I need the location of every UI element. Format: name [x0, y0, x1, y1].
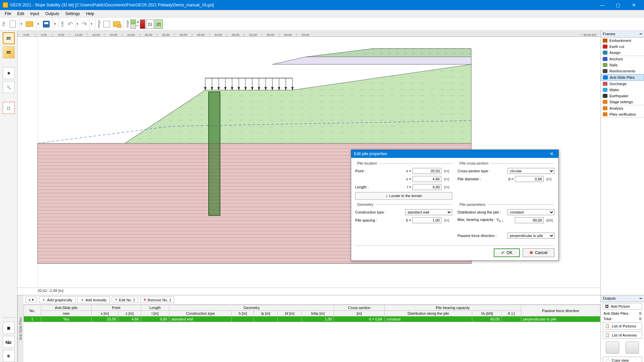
new-file-dropdown[interactable]: ▾ [19, 19, 23, 29]
selection-box-button[interactable]: ⬚ [3, 102, 15, 114]
frame-item-water[interactable]: Water [601, 87, 644, 93]
remove-row-button[interactable]: ✕Remove No. 1 [140, 297, 174, 303]
locate-terrain-button[interactable]: ⟘ Locate to the terrain [355, 192, 452, 200]
frame-item-embankment[interactable]: Embankment [601, 38, 644, 44]
length-input[interactable] [413, 184, 441, 190]
outputs-panel: Outputs━ 🖼 Add Picture Anti-Slide Piles … [600, 295, 644, 362]
distribution-select[interactable]: constant [507, 209, 554, 215]
open-file-dropdown[interactable]: ▾ [36, 19, 40, 29]
frame-item-stage-settings[interactable]: Stage settings [601, 99, 644, 105]
template-button[interactable] [102, 19, 111, 29]
frames-collapse-icon[interactable]: ━ [640, 32, 642, 36]
close-button[interactable]: ✕ [626, 0, 641, 10]
diameter-label: Pile diameter : [458, 177, 503, 181]
menu-settings[interactable]: Settings [63, 11, 83, 17]
water-icon [603, 88, 607, 92]
capacity-input[interactable] [515, 217, 544, 223]
pan-button[interactable]: ✥ [3, 67, 15, 79]
frame-item-analysis[interactable]: Analysis [601, 105, 644, 111]
point-label: Point : [355, 169, 401, 173]
x-input[interactable] [413, 168, 441, 174]
piles-table[interactable]: No. Anti-Slide pile Point Length Geometr… [23, 305, 600, 362]
bottom-table-region: Anti-Slide Piles ≡ ▾ ＋Add graphically ＋A… [17, 295, 600, 362]
list-annexes-button[interactable]: 📋 List of Annexes [603, 331, 642, 339]
new-file-button[interactable] [7, 19, 19, 29]
table-menu-button[interactable]: ≡ ▾ [25, 297, 37, 303]
cs-type-select[interactable]: circular [507, 168, 554, 174]
edit-row-button[interactable]: ✎Edit No. 1 [112, 297, 138, 303]
diameter-input[interactable] [515, 176, 544, 182]
add-stage-icon[interactable]: ✚ [137, 20, 139, 24]
redo-dropdown[interactable]: ▾ [90, 19, 93, 29]
earth-cut-icon [603, 45, 607, 49]
frame-item-piles-verification[interactable]: Piles verification [601, 111, 644, 117]
save-dropdown[interactable]: ▾ [53, 19, 56, 29]
undo-button[interactable]: ↶ [65, 19, 75, 29]
add-picture-button[interactable]: 🖼 Add Picture [603, 303, 642, 310]
view-2d-button[interactable]: 2D [3, 32, 15, 44]
outputs-collapse-icon[interactable]: ━ [640, 296, 642, 301]
redo-button[interactable]: ↷ [79, 19, 89, 29]
dialog-ok-button[interactable]: ✔OK [494, 248, 520, 257]
stage-2-tab[interactable]: [2] [155, 19, 163, 29]
add-textually-button[interactable]: ＋Add textually [77, 296, 110, 303]
frame-item-earth-cut[interactable]: Earth cut [601, 44, 644, 50]
main-toolbar: File ▾ ▾ ▾ Edit ↶ ▾ ↷ ▾ Templ. Stage ✚ ━… [0, 17, 644, 31]
view-3d-button[interactable]: 3D [3, 46, 15, 58]
open-file-button[interactable] [23, 19, 36, 29]
grid-button[interactable]: ▦ [3, 322, 15, 334]
nails-icon [603, 63, 607, 67]
svg-rect-24 [209, 92, 220, 216]
frame-item-anti-slide-piles[interactable]: Anti-Slide Piles [601, 74, 644, 81]
view-toolbar: 2D 3D ✥ 🔍 ⬚ ▦ A͟b͟c ⚙ [0, 31, 17, 362]
frame-item-reinforcements[interactable]: Reinforcements [601, 68, 644, 74]
undo-dropdown[interactable]: ▾ [75, 19, 79, 29]
frame-item-surcharge[interactable]: Surcharge [601, 81, 644, 87]
print-button-2[interactable] [626, 342, 639, 354]
bottom-side-tab[interactable]: Anti-Slide Piles [17, 295, 23, 362]
dialog-title: Edit pile properties [354, 152, 387, 156]
stage-1-tab[interactable]: [1] [146, 19, 154, 29]
svg-marker-5 [272, 57, 471, 64]
frame-item-earthquake[interactable]: Earthquake [601, 93, 644, 99]
stage-settings-icon [603, 100, 607, 104]
stage-indicator[interactable] [130, 19, 136, 29]
dialog-cancel-button[interactable]: ✖Cancel [523, 248, 554, 257]
zoom-button[interactable]: 🔍 [3, 81, 15, 93]
pile-location-legend: Pile location [355, 161, 379, 165]
menu-edit[interactable]: Edit [14, 11, 27, 17]
labels-button[interactable]: A͟b͟c [3, 336, 15, 348]
earthquake-icon [603, 94, 607, 98]
settings-gear-button[interactable]: ⚙ [3, 350, 15, 362]
spacing-input[interactable] [413, 217, 441, 223]
outputs-header: Outputs [603, 296, 616, 301]
z-input[interactable] [413, 176, 441, 182]
menu-input[interactable]: Input [28, 11, 42, 17]
menu-outputs[interactable]: Outputs [43, 11, 62, 17]
copy-button[interactable] [112, 19, 121, 29]
horizontal-ruler: 0,004,008,0012,0016,0020,0024,0028,0032,… [17, 31, 600, 37]
add-graphically-button[interactable]: ＋Add graphically [39, 296, 75, 303]
minimize-button[interactable]: — [595, 0, 610, 10]
menu-file[interactable]: File [2, 11, 14, 17]
construction-type-select[interactable]: standard wall [405, 209, 452, 215]
canvas-status: 20,42; -2,89 [m] [17, 288, 600, 295]
passive-force-select[interactable]: perpendicular to pile [507, 233, 554, 239]
cross-section-legend: Pile cross-section [458, 161, 490, 165]
menu-help[interactable]: Help [83, 11, 97, 17]
copy-view-button[interactable]: 📄 Copy view [603, 357, 642, 362]
remove-stage-icon[interactable]: ━ [137, 24, 139, 27]
table-row[interactable]: 1 Yes 20,50 4,66 9,00 standard wall 1,00 [24, 316, 600, 322]
dialog-titlebar[interactable]: Edit pile properties ✕ [351, 150, 558, 158]
frame-item-anchors[interactable]: Anchors [601, 56, 644, 62]
templ-group-label: Templ. [97, 19, 101, 28]
list-pictures-button[interactable]: 📋 List of Pictures [603, 322, 642, 329]
frames-header: Frames [603, 32, 615, 36]
print-button-1[interactable] [606, 342, 619, 354]
maximize-button[interactable]: ▢ [610, 0, 626, 10]
table-toolbar: ≡ ▾ ＋Add graphically ＋Add textually ✎Edi… [23, 295, 600, 305]
save-button[interactable] [40, 19, 52, 29]
dialog-close-icon[interactable]: ✕ [548, 151, 556, 157]
frame-item-nails[interactable]: Nails [601, 62, 644, 68]
frame-item-assign[interactable]: Assign [601, 50, 644, 56]
